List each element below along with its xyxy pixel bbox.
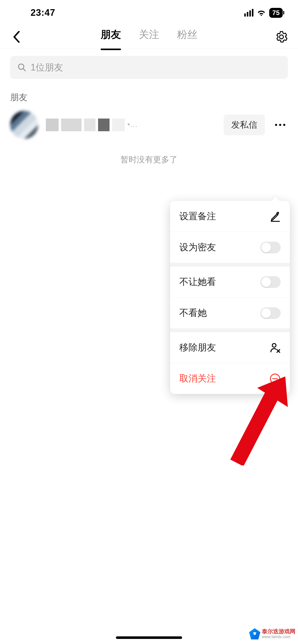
avatar[interactable]: [10, 111, 38, 139]
status-bar: 23:47 75: [0, 0, 298, 25]
toggle-close-friend[interactable]: [260, 242, 281, 253]
toggle-block-her-view[interactable]: [260, 276, 281, 288]
watermark: 泰尔迭游戏网 www.tairds.com: [249, 628, 295, 639]
svg-point-3: [272, 343, 276, 347]
menu-remove-friend[interactable]: 移除朋友: [170, 332, 290, 363]
friend-name: •…: [46, 119, 216, 131]
signal-icon: [244, 9, 253, 17]
edit-icon: [270, 211, 281, 222]
settings-button[interactable]: [275, 31, 288, 43]
tab-followers[interactable]: 粉丝: [177, 27, 197, 46]
tab-friends[interactable]: 朋友: [101, 27, 121, 46]
menu-dont-view-her[interactable]: 不看她: [170, 298, 290, 329]
menu-block-her-view[interactable]: 不让她看: [170, 267, 290, 298]
tab-following[interactable]: 关注: [139, 27, 159, 46]
svg-line-1: [23, 69, 25, 71]
section-label: 朋友: [0, 84, 298, 106]
menu-set-remark[interactable]: 设置备注: [170, 201, 290, 232]
toggle-dont-view-her[interactable]: [260, 307, 281, 319]
search-container: 1位朋友: [0, 48, 298, 84]
context-menu: 设置备注 设为密友 不让她看 不看她 移除朋友 取消关注: [170, 201, 290, 394]
home-indicator: [116, 636, 182, 639]
remove-user-icon: [269, 342, 281, 353]
header: 朋友 关注 粉丝: [0, 25, 298, 48]
search-input[interactable]: 1位朋友: [10, 56, 288, 79]
wifi-icon: [256, 8, 266, 17]
menu-divider: [170, 329, 290, 332]
list-end-text: 暂时没有更多了: [0, 154, 298, 165]
more-button[interactable]: [273, 124, 288, 126]
tabs: 朋友 关注 粉丝: [23, 27, 275, 46]
menu-divider: [170, 263, 290, 267]
menu-set-close-friend[interactable]: 设为密友: [170, 232, 290, 263]
battery-indicator: 75: [269, 8, 283, 18]
back-button[interactable]: [10, 31, 23, 43]
search-placeholder: 1位朋友: [31, 61, 63, 74]
menu-unfollow[interactable]: 取消关注: [170, 363, 290, 394]
send-message-button[interactable]: 发私信: [224, 114, 265, 135]
search-icon: [17, 63, 26, 72]
status-time: 23:47: [31, 7, 55, 18]
status-indicators: 75: [244, 8, 283, 18]
friend-row[interactable]: •… 发私信: [0, 106, 298, 144]
unfollow-icon: [269, 373, 281, 384]
watermark-logo-icon: [249, 628, 260, 639]
